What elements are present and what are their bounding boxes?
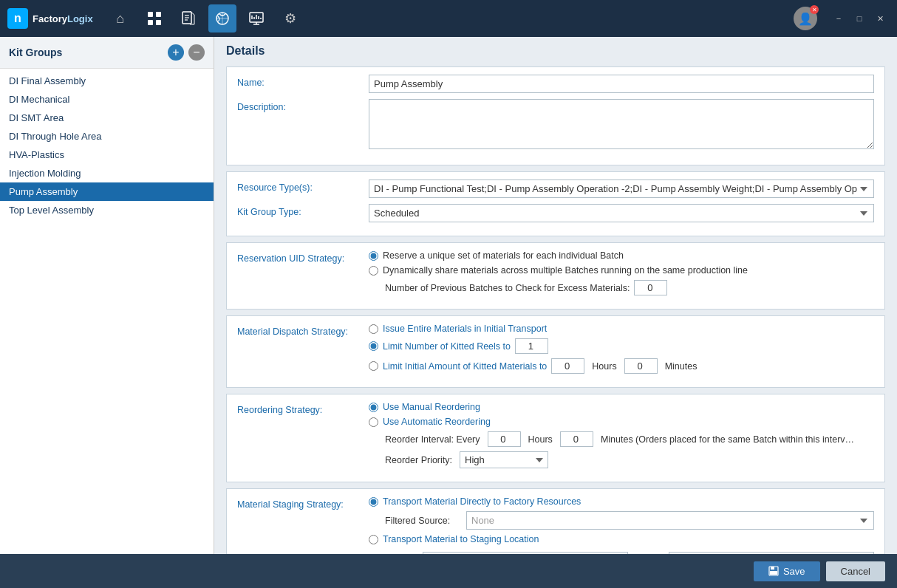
staging-direct-label: Transport Material Directly to Factory R… xyxy=(383,496,581,507)
kitted-reels-input[interactable] xyxy=(515,338,548,354)
dispatch-section: Material Dispatch Strategy: Issue Entire… xyxy=(226,315,885,388)
dispatch-label-3: Limit Initial Amount of Kitted Materials… xyxy=(383,361,547,372)
staging-direct-row: Transport Material Directly to Factory R… xyxy=(369,496,874,507)
user-menu-button[interactable]: 👤 ✕ xyxy=(794,7,817,30)
filtered-source-select[interactable]: None xyxy=(466,511,874,530)
add-kit-group-button[interactable]: + xyxy=(168,44,184,61)
staging-options: Transport Material Directly to Factory R… xyxy=(369,496,874,554)
kitted-hours-input[interactable] xyxy=(551,358,584,374)
list-item-hva-plastics[interactable]: HVA-Plastics xyxy=(0,146,214,164)
staging-radio-direct[interactable] xyxy=(369,497,378,507)
nav-routing-button[interactable] xyxy=(208,4,236,33)
reorder-priority-select[interactable]: High Medium Low xyxy=(460,451,548,468)
sidebar-action-buttons: + − xyxy=(168,44,205,61)
minimize-button[interactable]: − xyxy=(829,9,848,28)
reorder-radio-auto[interactable] xyxy=(369,417,378,427)
name-description-section: Name: Description: xyxy=(226,66,885,165)
nav-grid-button[interactable] xyxy=(140,4,168,33)
list-item-pump-assembly[interactable]: Pump Assembly xyxy=(0,182,214,201)
save-button[interactable]: Save xyxy=(754,561,820,581)
name-row: Name: xyxy=(237,75,874,93)
source-select[interactable]: None xyxy=(423,552,628,554)
staging-section: Material Staging Strategy: Transport Mat… xyxy=(226,488,885,554)
reservation-label-1: Reserve a unique set of materials for ea… xyxy=(383,250,624,261)
filtered-source-wrapper: None xyxy=(466,511,874,530)
reservation-radio-2[interactable] xyxy=(369,266,378,276)
resource-types-label: Resource Type(s): xyxy=(237,180,363,193)
dispatch-radio-3[interactable] xyxy=(369,361,378,371)
reordering-label: Reordering Strategy: xyxy=(237,402,363,415)
reservation-row: Reservation UID Strategy: Reserve a uniq… xyxy=(237,250,874,295)
reservation-option-1-row: Reserve a unique set of materials for ea… xyxy=(369,250,874,261)
prev-batches-row: Number of Previous Batches to Check for … xyxy=(385,280,874,295)
dispatch-label: Material Dispatch Strategy: xyxy=(237,324,363,337)
minutes-label: Minutes xyxy=(665,361,698,372)
svg-rect-0 xyxy=(148,12,153,17)
cancel-button[interactable]: Cancel xyxy=(826,561,885,581)
reorder-hours-label: Hours xyxy=(528,434,553,445)
staging-radio-location[interactable] xyxy=(369,535,378,544)
reservation-section: Reservation UID Strategy: Reserve a uniq… xyxy=(226,242,885,310)
reorder-interval-row: Reorder Interval: Every Hours Minutes (O… xyxy=(385,431,874,447)
nav-home-button[interactable]: ⌂ xyxy=(106,4,134,33)
resource-type-section: Resource Type(s): DI - Pump Functional T… xyxy=(226,171,885,236)
logo-icon: n xyxy=(7,8,28,29)
top-nav: n FactoryLogix ⌂ ⚙ 👤 ✕ − □ ✕ xyxy=(0,0,897,37)
save-icon xyxy=(768,566,779,576)
details-panel: Details Name: Description: Resource Type… xyxy=(214,37,897,554)
cancel-label: Cancel xyxy=(841,566,870,577)
restore-button[interactable]: □ xyxy=(850,9,869,28)
close-button[interactable]: ✕ xyxy=(870,9,890,28)
staging-row: Material Staging Strategy: Transport Mat… xyxy=(237,496,874,554)
svg-rect-3 xyxy=(156,20,161,25)
remove-kit-group-button[interactable]: − xyxy=(188,44,205,61)
reorder-manual-row: Use Manual Reordering xyxy=(369,402,874,412)
prev-batches-label: Number of Previous Batches to Check for … xyxy=(385,283,630,293)
dispatch-label-2: Limit Number of Kitted Reels to xyxy=(383,341,511,352)
prev-batches-input[interactable] xyxy=(634,280,667,295)
reorder-manual-label: Use Manual Reordering xyxy=(383,402,480,412)
dispatch-radio-1[interactable] xyxy=(369,324,378,334)
list-item-injection-molding[interactable]: Injection Molding xyxy=(0,164,214,182)
list-item-di-smt[interactable]: DI SMT Area xyxy=(0,109,214,127)
dispatch-radio-2[interactable] xyxy=(369,341,378,351)
target-select[interactable]: None xyxy=(669,552,874,554)
kit-groups-sidebar: Kit Groups + − DI Final Assembly DI Mech… xyxy=(0,37,214,554)
dispatch-option-3-row: Limit Initial Amount of Kitted Materials… xyxy=(369,358,874,374)
kit-group-type-row: Kit Group Type: Scheduled xyxy=(237,204,874,222)
reorder-auto-label: Use Automatic Reordering xyxy=(383,417,491,427)
status-bar: Save Cancel xyxy=(0,554,897,588)
resource-types-select[interactable]: DI - Pump Functional Test;DI - Pump Asse… xyxy=(369,180,874,198)
reorder-radio-manual[interactable] xyxy=(369,403,378,412)
name-input[interactable] xyxy=(369,75,874,93)
reservation-radio-1[interactable] xyxy=(369,251,378,261)
reorder-auto-row: Use Automatic Reordering xyxy=(369,417,874,427)
resource-types-value: DI - Pump Functional Test;DI - Pump Asse… xyxy=(369,180,874,198)
list-item-di-through-hole[interactable]: DI Through Hole Area xyxy=(0,127,214,146)
nav-doc-button[interactable] xyxy=(174,4,202,33)
app-logo: n FactoryLogix xyxy=(7,8,93,29)
list-item-di-final[interactable]: DI Final Assembly xyxy=(0,72,214,90)
reorder-interval-hours-input[interactable] xyxy=(488,431,521,447)
kitted-minutes-input[interactable] xyxy=(624,358,658,374)
kit-group-type-select[interactable]: Scheduled xyxy=(369,204,874,222)
description-input[interactable] xyxy=(369,99,874,149)
staging-location-label: Transport Material to Staging Location xyxy=(383,534,539,544)
nav-monitor-button[interactable] xyxy=(242,4,270,33)
source-target-row: Source: None Target: None xyxy=(385,552,874,554)
filtered-source-row: Filtered Source: None xyxy=(385,511,874,530)
dispatch-option-2-row: Limit Number of Kitted Reels to xyxy=(369,338,874,354)
window-controls: − □ ✕ xyxy=(829,9,890,28)
reorder-interval-minutes-input[interactable] xyxy=(560,431,593,447)
kit-group-type-value: Scheduled xyxy=(369,204,874,222)
user-notification-badge: ✕ xyxy=(810,5,819,14)
nav-settings-button[interactable]: ⚙ xyxy=(276,4,304,33)
svg-rect-19 xyxy=(770,571,777,575)
reorder-interval-label: Reorder Interval: Every xyxy=(385,434,480,445)
list-item-top-level[interactable]: Top Level Assembly xyxy=(0,201,214,219)
description-row: Description: xyxy=(237,99,874,151)
main-content: Kit Groups + − DI Final Assembly DI Mech… xyxy=(0,37,897,554)
filtered-source-label: Filtered Source: xyxy=(385,516,459,526)
sidebar-title: Kit Groups xyxy=(9,47,62,58)
list-item-di-mechanical[interactable]: DI Mechanical xyxy=(0,90,214,109)
